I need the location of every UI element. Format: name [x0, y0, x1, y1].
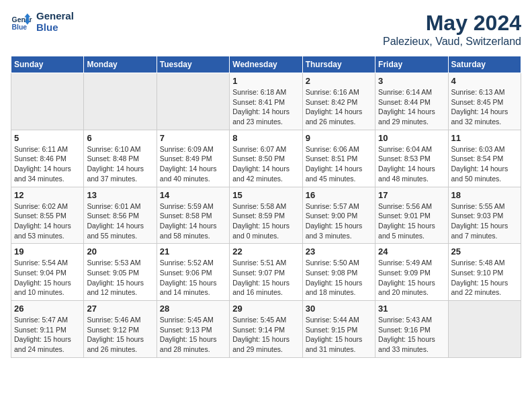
- day-number: 29: [232, 304, 299, 314]
- day-content: Sunrise: 5:51 AM Sunset: 9:07 PM Dayligh…: [232, 258, 299, 298]
- day-content: Sunrise: 6:13 AM Sunset: 8:45 PM Dayligh…: [451, 87, 518, 127]
- day-number: 30: [306, 304, 372, 314]
- day-content: Sunrise: 5:56 AM Sunset: 9:01 PM Dayligh…: [378, 201, 445, 241]
- calendar-cell: 1Sunrise: 6:18 AM Sunset: 8:41 PM Daylig…: [230, 73, 302, 130]
- calendar-cell: 6Sunrise: 6:10 AM Sunset: 8:48 PM Daylig…: [84, 130, 157, 187]
- day-content: Sunrise: 6:06 AM Sunset: 8:51 PM Dayligh…: [306, 144, 372, 184]
- calendar-week-row: 19Sunrise: 5:54 AM Sunset: 9:04 PM Dayli…: [11, 244, 521, 301]
- calendar-cell: [157, 73, 229, 130]
- day-content: Sunrise: 6:04 AM Sunset: 8:53 PM Dayligh…: [378, 144, 445, 184]
- calendar-cell: 19Sunrise: 5:54 AM Sunset: 9:04 PM Dayli…: [11, 244, 84, 301]
- day-content: Sunrise: 6:02 AM Sunset: 8:55 PM Dayligh…: [14, 201, 81, 241]
- calendar-cell: 22Sunrise: 5:51 AM Sunset: 9:07 PM Dayli…: [230, 244, 302, 301]
- page-header: General Blue General Blue May 2024 Palez…: [11, 11, 521, 48]
- calendar-cell: 26Sunrise: 5:47 AM Sunset: 9:11 PM Dayli…: [11, 301, 84, 358]
- calendar-cell: 28Sunrise: 5:45 AM Sunset: 9:13 PM Dayli…: [157, 301, 229, 358]
- day-content: Sunrise: 6:01 AM Sunset: 8:56 PM Dayligh…: [87, 201, 153, 241]
- day-number: 13: [87, 190, 153, 200]
- day-number: 9: [306, 133, 372, 143]
- day-number: 14: [160, 190, 226, 200]
- calendar-week-row: 5Sunrise: 6:11 AM Sunset: 8:46 PM Daylig…: [11, 130, 521, 187]
- day-content: Sunrise: 5:43 AM Sunset: 9:16 PM Dayligh…: [378, 315, 445, 355]
- day-content: Sunrise: 5:49 AM Sunset: 9:09 PM Dayligh…: [378, 258, 445, 298]
- day-number: 27: [87, 304, 153, 314]
- calendar-cell: 10Sunrise: 6:04 AM Sunset: 8:53 PM Dayli…: [375, 130, 448, 187]
- calendar-cell: 14Sunrise: 5:59 AM Sunset: 8:58 PM Dayli…: [157, 187, 229, 244]
- location-subtitle: Palezieux, Vaud, Switzerland: [383, 36, 521, 48]
- logo-line2: Blue: [36, 22, 74, 34]
- calendar-cell: 29Sunrise: 5:45 AM Sunset: 9:14 PM Dayli…: [230, 301, 302, 358]
- calendar-cell: [84, 73, 157, 130]
- calendar-cell: 13Sunrise: 6:01 AM Sunset: 8:56 PM Dayli…: [84, 187, 157, 244]
- logo: General Blue General Blue: [11, 11, 74, 33]
- day-header-friday: Friday: [375, 56, 448, 73]
- calendar-cell: 8Sunrise: 6:07 AM Sunset: 8:50 PM Daylig…: [230, 130, 302, 187]
- day-number: 15: [232, 190, 299, 200]
- calendar-week-row: 1Sunrise: 6:18 AM Sunset: 8:41 PM Daylig…: [11, 73, 521, 130]
- day-number: 21: [160, 246, 226, 257]
- day-number: 25: [451, 246, 518, 257]
- day-content: Sunrise: 5:58 AM Sunset: 8:59 PM Dayligh…: [232, 201, 299, 241]
- calendar-cell: 25Sunrise: 5:48 AM Sunset: 9:10 PM Dayli…: [448, 244, 521, 301]
- calendar-cell: 15Sunrise: 5:58 AM Sunset: 8:59 PM Dayli…: [230, 187, 302, 244]
- day-header-monday: Monday: [84, 56, 157, 73]
- calendar-cell: 7Sunrise: 6:09 AM Sunset: 8:49 PM Daylig…: [157, 130, 229, 187]
- day-number: 18: [451, 190, 518, 200]
- calendar-cell: 30Sunrise: 5:44 AM Sunset: 9:15 PM Dayli…: [302, 301, 375, 358]
- day-number: 11: [451, 133, 518, 143]
- day-content: Sunrise: 6:16 AM Sunset: 8:42 PM Dayligh…: [306, 87, 372, 127]
- logo-icon: General Blue: [11, 11, 32, 33]
- day-content: Sunrise: 6:10 AM Sunset: 8:48 PM Dayligh…: [87, 144, 153, 184]
- calendar-week-row: 26Sunrise: 5:47 AM Sunset: 9:11 PM Dayli…: [11, 301, 521, 358]
- day-number: 12: [14, 190, 81, 200]
- calendar-cell: 20Sunrise: 5:53 AM Sunset: 9:05 PM Dayli…: [84, 244, 157, 301]
- logo-line1: General: [36, 11, 74, 22]
- calendar-cell: 3Sunrise: 6:14 AM Sunset: 8:44 PM Daylig…: [375, 73, 448, 130]
- title-block: May 2024 Palezieux, Vaud, Switzerland: [383, 11, 521, 48]
- day-header-thursday: Thursday: [302, 56, 375, 73]
- day-number: 17: [378, 190, 445, 200]
- calendar-cell: 23Sunrise: 5:50 AM Sunset: 9:08 PM Dayli…: [302, 244, 375, 301]
- day-content: Sunrise: 6:11 AM Sunset: 8:46 PM Dayligh…: [14, 144, 81, 184]
- day-content: Sunrise: 5:46 AM Sunset: 9:12 PM Dayligh…: [87, 315, 153, 355]
- day-number: 16: [306, 190, 372, 200]
- day-number: 3: [378, 76, 445, 86]
- day-number: 8: [232, 133, 299, 143]
- month-year-title: May 2024: [383, 11, 521, 36]
- day-number: 10: [378, 133, 445, 143]
- svg-text:Blue: Blue: [12, 24, 28, 31]
- calendar-cell: 16Sunrise: 5:57 AM Sunset: 9:00 PM Dayli…: [302, 187, 375, 244]
- calendar-cell: 31Sunrise: 5:43 AM Sunset: 9:16 PM Dayli…: [375, 301, 448, 358]
- calendar-cell: 18Sunrise: 5:55 AM Sunset: 9:03 PM Dayli…: [448, 187, 521, 244]
- calendar-cell: 2Sunrise: 6:16 AM Sunset: 8:42 PM Daylig…: [302, 73, 375, 130]
- day-number: 2: [306, 76, 372, 86]
- day-header-sunday: Sunday: [11, 56, 84, 73]
- day-content: Sunrise: 5:57 AM Sunset: 9:00 PM Dayligh…: [306, 201, 372, 241]
- day-content: Sunrise: 5:53 AM Sunset: 9:05 PM Dayligh…: [87, 258, 153, 298]
- day-number: 24: [378, 246, 445, 257]
- day-number: 22: [232, 246, 299, 257]
- day-number: 7: [160, 133, 226, 143]
- day-number: 26: [14, 304, 81, 314]
- day-content: Sunrise: 6:18 AM Sunset: 8:41 PM Dayligh…: [232, 87, 299, 127]
- day-number: 19: [14, 246, 81, 257]
- day-content: Sunrise: 5:48 AM Sunset: 9:10 PM Dayligh…: [451, 258, 518, 298]
- day-number: 5: [14, 133, 81, 143]
- calendar-week-row: 12Sunrise: 6:02 AM Sunset: 8:55 PM Dayli…: [11, 187, 521, 244]
- day-content: Sunrise: 5:44 AM Sunset: 9:15 PM Dayligh…: [306, 315, 372, 355]
- day-content: Sunrise: 5:52 AM Sunset: 9:06 PM Dayligh…: [160, 258, 226, 298]
- day-content: Sunrise: 5:47 AM Sunset: 9:11 PM Dayligh…: [14, 315, 81, 355]
- day-number: 4: [451, 76, 518, 86]
- calendar-cell: 11Sunrise: 6:03 AM Sunset: 8:54 PM Dayli…: [448, 130, 521, 187]
- calendar-cell: 21Sunrise: 5:52 AM Sunset: 9:06 PM Dayli…: [157, 244, 229, 301]
- day-content: Sunrise: 5:45 AM Sunset: 9:14 PM Dayligh…: [232, 315, 299, 355]
- day-number: 31: [378, 304, 445, 314]
- day-content: Sunrise: 5:50 AM Sunset: 9:08 PM Dayligh…: [306, 258, 372, 298]
- calendar-cell: [11, 73, 84, 130]
- calendar-table: SundayMondayTuesdayWednesdayThursdayFrid…: [11, 56, 521, 358]
- day-number: 6: [87, 133, 153, 143]
- calendar-header-row: SundayMondayTuesdayWednesdayThursdayFrid…: [11, 56, 521, 73]
- day-header-tuesday: Tuesday: [157, 56, 229, 73]
- day-content: Sunrise: 5:55 AM Sunset: 9:03 PM Dayligh…: [451, 201, 518, 241]
- day-content: Sunrise: 6:14 AM Sunset: 8:44 PM Dayligh…: [378, 87, 445, 127]
